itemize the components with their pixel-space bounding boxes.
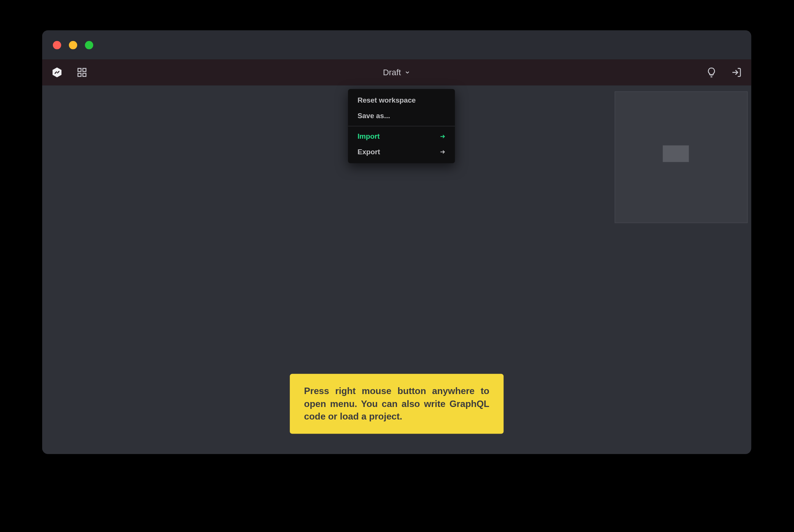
svg-rect-1 — [83, 68, 86, 71]
minimap[interactable] — [615, 92, 748, 223]
menu-item-label: Reset workspace — [357, 96, 416, 104]
project-name-dropdown[interactable]: Draft — [383, 68, 410, 77]
arrow-right-icon — [440, 133, 446, 139]
svg-rect-0 — [78, 68, 81, 71]
project-name-label: Draft — [383, 68, 401, 77]
traffic-lights — [53, 41, 93, 49]
arrow-right-icon — [440, 149, 446, 155]
logo-icon[interactable] — [51, 66, 64, 79]
chevron-down-icon — [405, 68, 411, 77]
menu-separator — [348, 126, 455, 127]
menu-item-import[interactable]: Import — [348, 129, 455, 144]
app-window: Draft — [42, 30, 751, 454]
app-topbar: Draft — [42, 59, 751, 86]
minimap-viewport[interactable] — [663, 146, 689, 162]
menu-item-label: Save as... — [357, 112, 390, 120]
topbar-left — [51, 66, 89, 79]
titlebar — [42, 30, 751, 60]
canvas[interactable]: Reset workspace Save as... Import — [42, 86, 751, 454]
topbar-right — [705, 66, 743, 79]
minimize-button[interactable] — [69, 41, 77, 49]
login-icon[interactable] — [730, 66, 743, 79]
svg-rect-3 — [83, 73, 86, 76]
close-button[interactable] — [53, 41, 61, 49]
maximize-button[interactable] — [85, 41, 93, 49]
grid-icon[interactable] — [75, 66, 88, 79]
hint-tooltip: Press right mouse button anywhere to ope… — [290, 374, 503, 434]
hint-text: Press right mouse button anywhere to ope… — [304, 386, 489, 421]
menu-item-reset-workspace[interactable]: Reset workspace — [348, 93, 455, 108]
menu-item-label: Import — [357, 132, 380, 141]
menu-item-label: Export — [357, 148, 380, 156]
menu-item-export[interactable]: Export — [348, 144, 455, 160]
svg-rect-2 — [78, 73, 81, 76]
context-menu: Reset workspace Save as... Import — [348, 89, 455, 163]
lightbulb-icon[interactable] — [705, 66, 718, 79]
menu-item-save-as[interactable]: Save as... — [348, 108, 455, 124]
stage: Draft — [0, 0, 794, 532]
